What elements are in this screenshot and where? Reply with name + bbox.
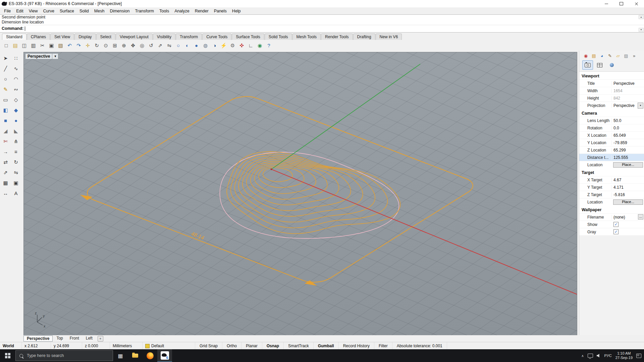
zoom-dynamic-icon[interactable]: ⊙	[101, 41, 110, 50]
copy-object-icon[interactable]: ◎	[138, 41, 147, 50]
menu-item[interactable]: Analyze	[172, 8, 192, 14]
file-explorer-button[interactable]	[128, 349, 143, 362]
chamfer-tool-icon[interactable]: ◣	[11, 126, 21, 136]
ortho-toggle[interactable]: Ortho	[222, 342, 241, 350]
viewport-title[interactable]: Perspective	[25, 54, 52, 59]
new-viewport-tab-button[interactable]: +	[98, 336, 103, 342]
open-file-icon[interactable]: ▤	[11, 41, 20, 50]
ghosted-icon[interactable]: ◍	[201, 41, 210, 50]
render-properties-subtab[interactable]	[606, 60, 617, 70]
perspective-viewport[interactable]: 48.14 z y x Perspective ▼	[23, 52, 577, 336]
wireframe-icon[interactable]: ○	[174, 41, 183, 50]
gumball-toggle[interactable]: Gumball	[314, 342, 339, 350]
start-button[interactable]	[0, 349, 15, 362]
scroll-up-button[interactable]: ▲	[639, 15, 644, 19]
cplane-icon[interactable]: ∟	[246, 41, 255, 50]
smarttrack-toggle[interactable]: SmartTrack	[284, 342, 314, 350]
property-value-field[interactable]: 125.555	[611, 155, 644, 160]
toolbar-tab[interactable]: Transform	[176, 34, 202, 40]
rectangle-tool-icon[interactable]: ▭	[1, 95, 10, 105]
pan-icon[interactable]: ✛	[83, 41, 92, 50]
toolbar-tab[interactable]: Visibility	[153, 34, 175, 40]
property-value-field[interactable]: 0.0	[611, 126, 644, 130]
surface-corner-tool-icon[interactable]: ◆	[11, 105, 21, 115]
toolbar-tab[interactable]: Display	[74, 34, 96, 40]
menu-item[interactable]: Tools	[157, 8, 172, 14]
options-icon[interactable]: ⚙	[228, 41, 237, 50]
mirror-icon[interactable]: ⇋	[165, 41, 174, 50]
transform-tool-icon[interactable]: ⇄	[1, 157, 10, 167]
toolbar-tab[interactable]: CPlanes	[27, 34, 50, 40]
surface-tool-icon[interactable]: ◧	[1, 105, 10, 115]
viewport-properties-subtab[interactable]	[582, 60, 593, 70]
close-button[interactable]	[629, 0, 644, 7]
toolbar-tab[interactable]: Mesh Tools	[292, 34, 321, 40]
gumball-icon[interactable]: ✜	[237, 41, 246, 50]
libraries-panel-tab[interactable]: ▱	[614, 53, 622, 59]
record-history-toggle[interactable]: Record History	[339, 342, 374, 350]
sphere-tool-icon[interactable]: ●	[11, 116, 21, 125]
toolbar-tab[interactable]: Surface Tools	[232, 34, 264, 40]
checkbox[interactable]: ✓	[613, 222, 619, 227]
osnap-toggle[interactable]: Osnap	[262, 342, 284, 350]
array-tool-icon[interactable]: ▦	[1, 178, 10, 188]
print-icon[interactable]: ▥	[29, 41, 38, 50]
sketch-tool-icon[interactable]: ✎	[1, 84, 10, 94]
freeform-tool-icon[interactable]: ∾	[11, 84, 21, 94]
cut-icon[interactable]: ✂	[38, 41, 47, 50]
property-value-field[interactable]: 4.171	[611, 185, 644, 190]
menu-item[interactable]: Panels	[211, 8, 229, 14]
property-value-field[interactable]: 50.0	[611, 118, 644, 123]
mirror-tool-icon[interactable]: ⇋	[11, 168, 21, 177]
checkbox[interactable]: ✓	[613, 229, 619, 234]
more-panels-tab[interactable]: »	[631, 53, 638, 59]
save-icon[interactable]: ◫	[20, 41, 29, 50]
action-center-icon[interactable]	[636, 354, 641, 358]
split-tool-icon[interactable]: ⋔	[11, 136, 21, 146]
copy-icon[interactable]: ▣	[47, 41, 56, 50]
dimension-tool-icon[interactable]: ↔	[1, 188, 10, 198]
line-tool-icon[interactable]: ╱	[1, 64, 10, 73]
layers-panel-tab[interactable]: ▤	[590, 53, 597, 59]
command-input[interactable]: Command:	[0, 25, 644, 32]
property-value-field[interactable]: 65.049	[611, 133, 644, 138]
trim-tool-icon[interactable]: ✄	[1, 136, 10, 146]
planar-toggle[interactable]: Planar	[241, 342, 262, 350]
offset-tool-icon[interactable]: ≡	[11, 147, 21, 157]
scale-tool-icon[interactable]: ⇗	[1, 168, 10, 177]
units-button[interactable]: Millimeters	[110, 342, 143, 350]
polygon-tool-icon[interactable]: ◇	[11, 95, 21, 105]
menu-item[interactable]: Help	[229, 8, 244, 14]
section-icon[interactable]: ⚡	[219, 41, 228, 50]
xray-icon[interactable]: ◑	[210, 41, 219, 50]
help-icon[interactable]: ?	[264, 41, 273, 50]
viewport-tab-top[interactable]: Top	[53, 336, 66, 342]
zoom-window-icon[interactable]: ⊞	[110, 41, 119, 50]
circle-tool-icon[interactable]: ○	[1, 74, 10, 84]
minimize-button[interactable]	[599, 0, 614, 7]
menu-item[interactable]: Solid	[77, 8, 92, 14]
toolbar-tab[interactable]: Solid Tools	[265, 34, 292, 40]
move-icon[interactable]: ✥	[128, 41, 138, 50]
place-button[interactable]: Place...	[613, 199, 643, 205]
viewport-tab-left[interactable]: Left	[83, 336, 96, 342]
display-properties-subtab[interactable]	[594, 60, 605, 70]
toolbar-tab[interactable]: Curve Tools	[202, 34, 231, 40]
toolbar-tab[interactable]: Set View	[50, 34, 74, 40]
volume-icon[interactable]	[597, 354, 601, 358]
viewport-tab-front[interactable]: Front	[67, 336, 82, 342]
select-tool-icon[interactable]: ➤	[1, 53, 10, 63]
toolbar-tab[interactable]: New in V6	[376, 34, 402, 40]
scale-icon[interactable]: ⇗	[156, 41, 165, 50]
taskbar-search[interactable]	[15, 350, 113, 361]
search-input[interactable]	[26, 353, 101, 358]
new-file-icon[interactable]: □	[2, 41, 11, 50]
menu-item[interactable]: Edit	[13, 8, 26, 14]
fillet-tool-icon[interactable]: ◢	[1, 126, 10, 136]
menu-item[interactable]: Transform	[132, 8, 157, 14]
curve-tool-icon[interactable]: ∿	[11, 64, 21, 73]
rendered-icon[interactable]: ●	[192, 41, 201, 50]
point-tool-icon[interactable]: ∷	[11, 53, 21, 63]
browse-button[interactable]: ...	[638, 214, 643, 220]
toolbar-tab[interactable]: Select	[96, 34, 115, 40]
